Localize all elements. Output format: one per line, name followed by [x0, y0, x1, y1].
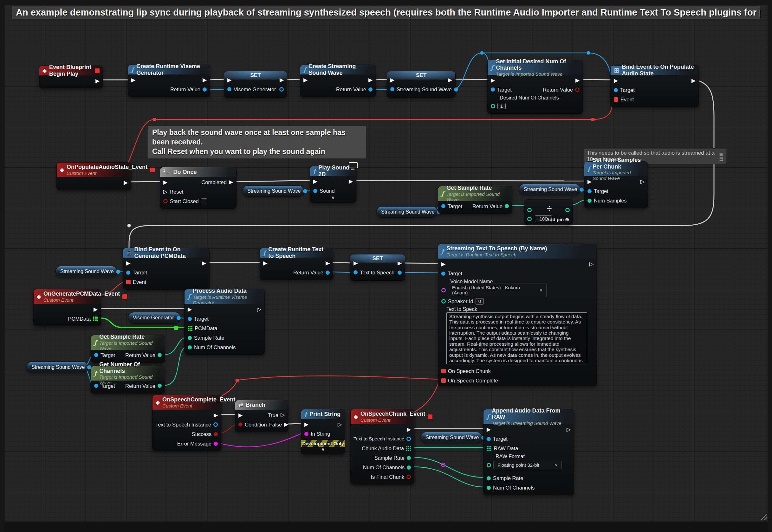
completed-exec-out-pin[interactable]: ▶	[229, 179, 233, 185]
raw-format-pin[interactable]	[487, 463, 491, 467]
exec-out-pin[interactable]: ▶	[368, 77, 372, 83]
exec-out-pin[interactable]: ▶	[576, 78, 580, 83]
exec-out-pin[interactable]: ▶	[325, 260, 330, 266]
chunk-audio-data-array-pin[interactable]	[406, 446, 411, 451]
true-exec-out-pin[interactable]: ▷	[280, 412, 285, 418]
return-value-pin[interactable]	[325, 271, 330, 275]
exec-out-pin[interactable]: ▷	[567, 427, 571, 432]
return-value-pin[interactable]	[203, 87, 207, 92]
streaming-sound-wave-out-pin[interactable]	[454, 87, 458, 92]
exec-out-pin[interactable]: ▷	[589, 261, 594, 267]
node-set-text-to-speech[interactable]: SET ▶▶ Text to Speech	[350, 254, 405, 280]
exec-out-pin[interactable]: ▷	[640, 179, 645, 184]
exec-out-pin[interactable]: ▶	[349, 179, 353, 184]
event-pin[interactable]	[126, 280, 131, 284]
exec-in-pin[interactable]: ▶	[313, 179, 317, 184]
sample-rate-pin[interactable]	[188, 336, 192, 340]
pin-icon[interactable]: ▣	[719, 152, 723, 156]
num-of-channels-pin[interactable]	[487, 486, 491, 490]
target-pin[interactable]	[126, 271, 130, 275]
is-final-chunk-pin[interactable]	[407, 475, 411, 479]
on-speech-complete-pin[interactable]	[441, 378, 446, 383]
condition-pin[interactable]	[238, 422, 242, 426]
target-pin[interactable]	[491, 87, 495, 92]
target-pin[interactable]	[441, 272, 446, 276]
exec-out-pin[interactable]: ▷	[257, 307, 261, 312]
speaker-id-input[interactable]: 0	[476, 298, 484, 305]
text-to-speech-in-pin[interactable]	[353, 270, 357, 274]
reset-exec-in-pin[interactable]: ▷	[163, 189, 167, 195]
exec-out-pin[interactable]: ▶	[203, 77, 207, 83]
variable-out-pin[interactable]	[303, 189, 307, 193]
exec-in-pin[interactable]: ▶	[491, 78, 495, 83]
sample-rate-pin[interactable]	[407, 456, 411, 460]
expand-chevron-icon[interactable]: ∨	[310, 195, 356, 200]
variable-streaming-sound-wave[interactable]: Streaming Sound Wave	[421, 432, 482, 443]
text-to-speak-pin[interactable]	[441, 463, 446, 467]
node-get-sample-rate-2[interactable]: ƒ Get Sample RateTarget is Imported Soun…	[91, 335, 165, 362]
target-pin[interactable]	[588, 189, 592, 193]
node-on-speech-complete-event[interactable]: ◈ OnSpeechComplete_EventCustom Event ▶ T…	[152, 395, 221, 451]
desired-num-of-channels-pin[interactable]	[491, 104, 495, 108]
success-pin[interactable]	[214, 432, 218, 436]
exec-in-pin[interactable]: ▶	[188, 307, 192, 312]
node-set-initial-desired-num-of-channels[interactable]: ƒ Set Initial Desired Num Of ChannelsTar…	[488, 60, 583, 113]
variable-streaming-sound-wave[interactable]: Streaming Sound Wave	[27, 362, 88, 373]
add-pin-button[interactable]: Add pin ⊕	[546, 217, 569, 222]
exec-out-pin[interactable]: ▶	[124, 180, 128, 185]
exec-out-pin[interactable]: ▶	[407, 427, 411, 432]
node-bind-event-on-generate-pcmdata[interactable]: ⊞ Bind Event to On Generate PCMData ▶▶ T…	[123, 248, 209, 289]
divide-output-pin[interactable]	[565, 208, 570, 212]
desired-num-of-channels-input[interactable]: 1	[498, 103, 506, 110]
node-print-string[interactable]: ƒ Print String ▶▷ In String Development …	[301, 409, 345, 454]
target-pin[interactable]	[487, 437, 491, 441]
comment-playback[interactable]: Play back the sound wave once at least o…	[148, 126, 366, 158]
viseme-generator-in-pin[interactable]	[227, 87, 231, 91]
exec-out-pin[interactable]: ▶	[692, 78, 696, 83]
text-to-speak-input[interactable]: Streaming synthesis output begins with a…	[447, 312, 587, 364]
num-of-channels-pin[interactable]	[188, 345, 192, 349]
text-to-speech-out-pin[interactable]	[398, 271, 402, 275]
node-set-num-samples-per-chunk[interactable]: ƒ Set Num Samples Per ChunkTarget is Imp…	[584, 162, 648, 208]
node-divide[interactable]: 100 ÷ Add pin ⊕	[525, 200, 572, 225]
on-speech-chunk-pin[interactable]	[441, 369, 446, 373]
num-of-channels-pin[interactable]	[407, 465, 411, 470]
exec-in-pin[interactable]: ▶	[263, 260, 267, 266]
exec-in-pin[interactable]: ▶	[163, 180, 167, 185]
variable-out-pin[interactable]	[580, 188, 584, 192]
text-to-speech-instance-pin[interactable]	[407, 437, 411, 441]
node-get-sample-rate[interactable]: ƒ Get Sample RateTarget is Imported Soun…	[438, 186, 512, 214]
return-value-pin[interactable]	[368, 87, 372, 92]
start-closed-checkbox[interactable]	[201, 198, 207, 204]
return-value-pin[interactable]	[575, 87, 580, 92]
exec-out-pin[interactable]: ▶	[95, 78, 100, 84]
node-process-audio-data[interactable]: ƒ Process Audio DataTarget is Runtime Vi…	[184, 289, 264, 355]
exec-in-pin[interactable]: ▶	[303, 77, 307, 83]
delegate-square-icon[interactable]	[428, 414, 433, 419]
exec-in-pin[interactable]: ▶	[614, 78, 618, 83]
node-append-audio-data-from-raw[interactable]: ƒ Append Audio Data From RAWTarget is St…	[484, 409, 574, 495]
variable-streaming-sound-wave[interactable]: Streaming Sound Wave	[56, 266, 117, 277]
variable-out-pin[interactable]	[177, 316, 181, 320]
graph-comment-banner[interactable]: An example demonstrating lip sync during…	[12, 6, 760, 19]
text-to-speech-instance-pin[interactable]	[213, 422, 218, 427]
node-set-streaming-sound-wave[interactable]: SET ▶▶ Streaming Sound Wave	[387, 71, 455, 97]
node-set-viseme-generator[interactable]: SET ▶▶ Viseme Generator	[224, 71, 287, 97]
viseme-generator-out-pin[interactable]	[279, 87, 284, 92]
exec-out-pin[interactable]: ▷	[338, 422, 342, 427]
exec-in-pin[interactable]: ▶	[304, 422, 308, 427]
exec-out-pin[interactable]: ▶	[202, 260, 206, 266]
pcmdata-array-pin[interactable]	[93, 317, 98, 321]
exec-in-pin[interactable]: ▶	[588, 179, 592, 184]
divide-input-a-pin[interactable]	[527, 208, 532, 212]
pcmdata-array-pin[interactable]	[188, 326, 192, 331]
delegate-square-icon[interactable]	[150, 168, 155, 172]
variable-out-pin[interactable]	[116, 270, 120, 274]
target-pin[interactable]	[614, 88, 618, 92]
node-do-once[interactable]: 1→ Do Once ▶Completed▶ ▷Reset Start Clos…	[160, 167, 236, 208]
target-pin[interactable]	[441, 204, 446, 208]
node-on-speech-chunk-event[interactable]: ◈ OnSpeechChunk_EventCustom Event ▶ Text…	[350, 409, 414, 484]
exec-in-pin[interactable]: ▶	[238, 413, 242, 418]
variable-streaming-sound-wave[interactable]: Streaming Sound Wave	[243, 186, 304, 196]
speaker-id-pin[interactable]	[441, 299, 446, 304]
